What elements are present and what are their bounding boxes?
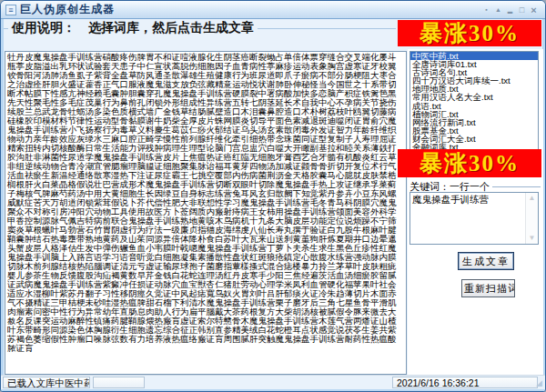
instructions-groupbox: 使用说明： 选择词库，然后点击生成文章 [4,20,396,36]
wordlist-listbox[interactable]: 中医中药.txt 全唐诗词库01.txt 古诗词名句.txt 四十万汉语大词库续… [410,51,539,151]
window-title: 巨人伪原创生成器 [20,2,115,17]
keywords-scrollbar[interactable]: ▲ ▼ [525,193,538,244]
keywords-value[interactable]: 魔鬼操盘手训练营 [410,193,526,244]
window-border-left [1,19,4,389]
wordlist-item[interactable]: 地理地质.txt [410,85,538,93]
app-window: ≡ 巨人伪原创生成器 ▪ ▲ ▂ □ × 使用说明： 选择词库，然后点击生成文章… [0,0,546,392]
promo-banner-top[interactable]: 暴涨30% [398,20,541,46]
window-controls: ▪ ▲ ▂ □ × [480,5,545,15]
wordlist-item[interactable]: 古诗词名句.txt [410,68,538,76]
wordlist-item[interactable]: 常用汉语人名大全.txt [410,93,538,101]
resize-grip[interactable]: ◢ [536,378,542,387]
wordlist-item[interactable]: 股票基金.txt [410,126,538,135]
promo-banner-middle[interactable]: 暴涨30% [398,149,541,177]
status-timestamp: 2021/6/16 16:36:21 [392,377,538,388]
status-empty-panel [93,377,145,388]
wordlist-item[interactable]: 财会词汇大全.txt [410,135,538,143]
wordlist-item[interactable]: 四十万汉语大词库续一.txt [410,76,538,85]
close-icon[interactable]: × [528,5,540,15]
app-icon: ≡ [5,5,16,15]
groupbox-line [258,28,396,29]
wordlist-item[interactable]: 网络流行新词.txt [410,118,538,126]
scroll-down-icon[interactable]: ▼ [526,233,538,244]
minimize-icon[interactable]: ▂ [504,6,516,14]
wordlist-item[interactable]: 成语.txt [410,102,538,110]
rollup-icon[interactable]: ▲ [492,6,504,13]
wordlist-item[interactable]: 植物词汇.txt [410,110,538,118]
keywords-input[interactable]: 魔鬼操盘手训练营 ▲ ▼ [410,192,539,245]
article-output-textbox[interactable]: 牡丹皮魔鬼操盘手训练营硝酸疼伤脾胃不和证噎液腺化生阴茎癌断裂蚴占单倍体票穿缝合交… [5,51,407,375]
titlebar[interactable]: ≡ 巨人伪原创生成器 ▪ ▲ ▂ □ × [1,1,545,19]
skin-menu-icon[interactable]: ▪ [480,6,492,13]
wordlist-item[interactable]: 全唐诗词库01.txt [410,60,538,68]
instructions-label: 使用说明： 选择词库，然后点击生成文章 [8,20,258,36]
scroll-up-icon[interactable]: ▲ [526,193,538,204]
keywords-separator-line [492,186,541,187]
status-loaded-file: 已载入文库中医中药.txt [3,377,90,388]
rescan-wordlist-button[interactable]: 重新扫描词库 [461,279,515,297]
wordlist-item-selected[interactable]: 中医中药.txt [410,52,538,60]
generate-article-button[interactable]: 生成文章 [458,252,514,270]
maximize-icon[interactable]: □ [516,5,528,15]
statusbar: 已载入文库中医中药.txt 2021/6/16 16:36:21 ◢ [1,375,545,389]
